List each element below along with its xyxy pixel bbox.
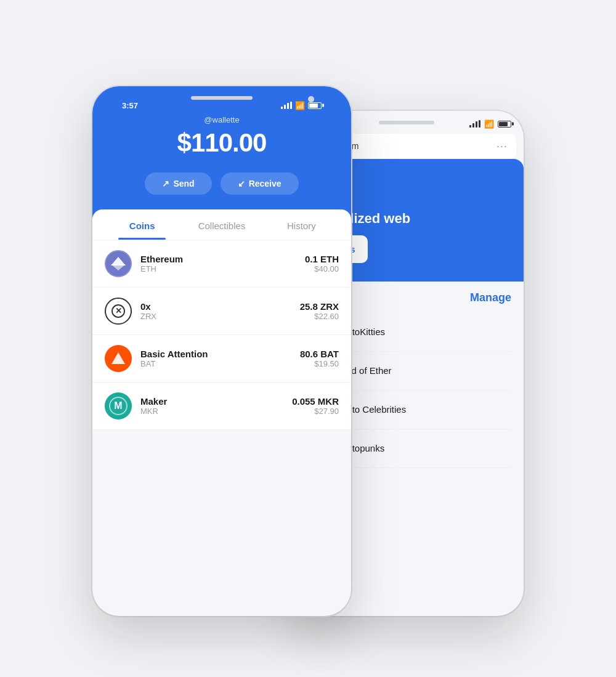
coin-item-zrx[interactable]: ✕ 0x ZRX 25.8 ZRX $22.60 (92, 288, 351, 335)
send-arrow-icon: ↗ (162, 179, 169, 189)
mkr-coin-icon: M (105, 392, 132, 420)
receive-label: Receive (249, 179, 282, 189)
bat-value: 80.6 BAT $19.50 (300, 349, 339, 368)
mkr-usd: $27.90 (292, 407, 339, 416)
tabs-row: Coins Collectibles History (92, 209, 351, 240)
main-header: 3:57 📶 @wallette $110.00 ↗ Sen (92, 86, 351, 219)
mkr-name: Maker (140, 396, 283, 407)
coin-item-mkr[interactable]: M Maker MKR 0.055 MKR $27.90 (92, 383, 351, 430)
bat-amount: 80.6 BAT (300, 349, 339, 359)
zrx-coin-icon: ✕ (105, 298, 132, 325)
phone-main: 3:57 📶 @wallette $110.00 ↗ Sen (92, 86, 351, 616)
tab-collectibles[interactable]: Collectibles (182, 209, 261, 240)
bat-symbol: BAT (140, 359, 291, 368)
zrx-name: 0x (140, 301, 291, 312)
mkr-info: Maker MKR (140, 396, 283, 416)
main-wifi-icon: 📶 (295, 101, 305, 110)
wallet-balance: $110.00 (107, 128, 336, 158)
zrx-value: 25.8 ZRX $22.60 (300, 301, 339, 321)
phones-container: 📶 coinbase.com ··· ecentralized web er D… (92, 62, 524, 616)
main-status-bar: 3:57 📶 (107, 92, 336, 115)
eth-amount: 0.1 ETH (305, 254, 339, 264)
receive-button[interactable]: ↙ Receive (221, 172, 299, 195)
receive-arrow-icon: ↙ (238, 179, 245, 189)
tab-coins[interactable]: Coins (102, 209, 182, 240)
eth-coin-icon (105, 250, 132, 277)
eth-usd: $40.00 (305, 264, 339, 274)
wallet-username: @wallette (107, 115, 336, 124)
zrx-amount: 25.8 ZRX (300, 301, 339, 312)
coin-item-bat[interactable]: Basic Attention BAT 80.6 BAT $19.50 (92, 335, 351, 383)
zrx-usd: $22.60 (300, 312, 339, 321)
main-signal-icon (281, 102, 292, 109)
bat-usd: $19.50 (300, 359, 339, 368)
eth-symbol: ETH (140, 264, 296, 274)
battery-icon (498, 121, 511, 128)
bat-name: Basic Attention (140, 349, 291, 359)
zrx-symbol: ZRX (140, 312, 291, 321)
mkr-amount: 0.055 MKR (292, 396, 339, 407)
eth-name: Ethereum (140, 254, 296, 264)
wifi-icon: 📶 (484, 120, 494, 129)
send-button[interactable]: ↗ Send (145, 172, 211, 195)
mkr-value: 0.055 MKR $27.90 (292, 396, 339, 416)
eth-info: Ethereum ETH (140, 254, 296, 274)
send-label: Send (173, 179, 194, 189)
browser-menu-dots[interactable]: ··· (496, 140, 508, 153)
tab-history[interactable]: History (262, 209, 341, 240)
mkr-symbol: MKR (140, 407, 283, 416)
coin-item-eth[interactable]: Ethereum ETH 0.1 ETH $40.00 (92, 240, 351, 288)
signal-icon (469, 120, 480, 128)
tabs-section: Coins Collectibles History (92, 209, 351, 430)
coin-list: Ethereum ETH 0.1 ETH $40.00 ✕ (92, 240, 351, 430)
action-buttons: ↗ Send ↙ Receive (107, 172, 336, 195)
status-time: 3:57 (122, 101, 138, 110)
bat-info: Basic Attention BAT (140, 349, 291, 368)
status-icons: 📶 (281, 101, 322, 110)
bat-coin-icon (105, 345, 132, 372)
eth-value: 0.1 ETH $40.00 (305, 254, 339, 274)
zrx-info: 0x ZRX (140, 301, 291, 321)
main-battery-icon (308, 102, 322, 109)
